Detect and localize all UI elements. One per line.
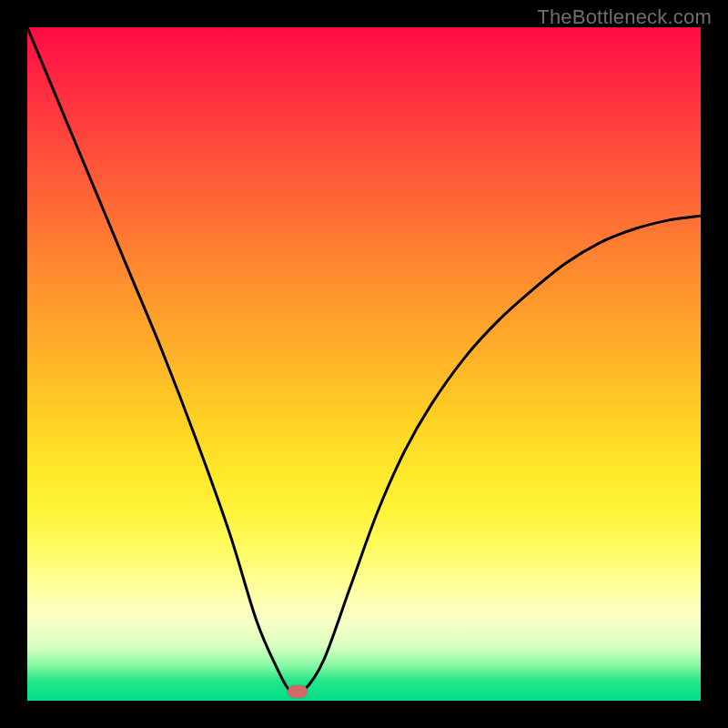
chart-plot-area: [27, 27, 701, 701]
bottleneck-curve: [27, 27, 701, 701]
watermark-text: TheBottleneck.com: [537, 5, 712, 29]
chart-frame: TheBottleneck.com: [0, 0, 728, 728]
optimum-marker: [288, 685, 308, 698]
